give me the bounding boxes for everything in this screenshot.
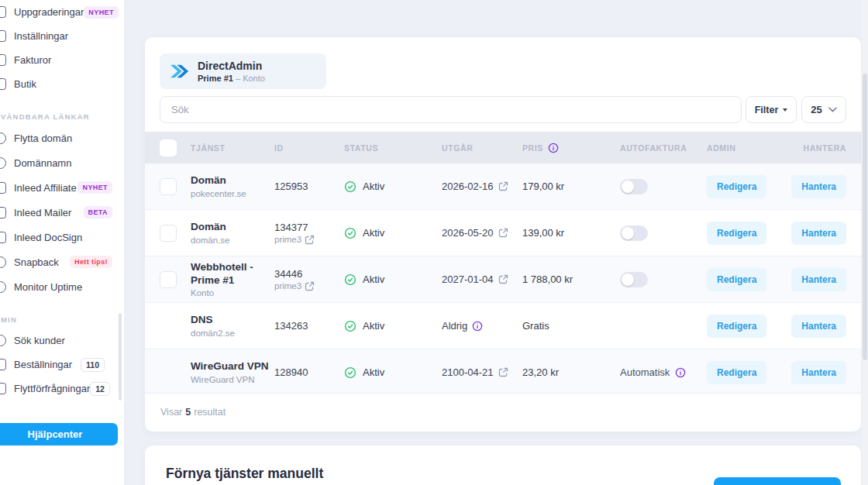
snapback-icon (0, 256, 6, 268)
caret-down-icon (783, 108, 787, 112)
redigera-button[interactable]: Redigera (707, 315, 766, 338)
pris-info-icon[interactable] (548, 143, 559, 153)
results-prefix: Visar (160, 407, 182, 418)
status-active-icon (344, 181, 356, 193)
sidebar-item-label: Domännamn (14, 157, 71, 169)
hantera-button[interactable]: Hantera (791, 222, 846, 245)
sidebar-item-inleed-affiliate[interactable]: Inleed AffiliateNYHET (0, 175, 124, 200)
autofaktura-toggle[interactable] (620, 225, 648, 241)
mail-icon (0, 207, 6, 218)
autofaktura-toggle[interactable] (620, 272, 648, 287)
header-label: ADMIN (707, 143, 735, 153)
sidebar-section-label: VÄNDBARA LÄNKAR (0, 107, 124, 126)
directadmin-account-chip[interactable]: DirectAdmin Prime #1 – Konto (160, 53, 326, 89)
admin-cell: Redigera (707, 222, 783, 245)
service-cell: WireGuard VPNWireGuard VPN (191, 360, 274, 384)
expiry-info-icon[interactable] (472, 321, 483, 332)
filter-button[interactable]: Filter (746, 96, 797, 123)
status-cell: Aktiv (344, 181, 442, 193)
autofaktura-cell: Automatisk (620, 366, 707, 378)
hantera-cell: Hantera (783, 315, 861, 338)
redigera-button[interactable]: Redigera (707, 222, 766, 245)
service-subname: WireGuard VPN (191, 375, 274, 384)
select-all-checkbox[interactable] (160, 139, 177, 157)
external-link-icon[interactable] (498, 228, 508, 238)
gear-icon (0, 30, 6, 42)
expiry-cell[interactable]: 2027-01-04 (442, 273, 522, 285)
status-active-icon (344, 273, 356, 286)
autofaktura-toggle[interactable] (620, 179, 648, 194)
service-cell: Domändomän.se (191, 221, 274, 245)
sidebar-scrollbar[interactable] (119, 313, 122, 401)
expiry-date: 2027-01-04 (442, 273, 494, 285)
help-center-button[interactable]: Hjälpcenter (0, 423, 118, 445)
server-link[interactable]: prime3 (274, 281, 344, 291)
sidebar-item-flytta-dom-n[interactable]: Flytta domän (0, 126, 124, 150)
sidebar-group-0: UppgraderingarNYHETInställningarFakturor… (0, 0, 124, 96)
hantera-button[interactable]: Hantera (791, 268, 846, 291)
redigera-button[interactable]: Redigera (707, 361, 766, 384)
sidebar-item-inleed-docsign[interactable]: Inleed DocSign (0, 225, 124, 249)
header-label: ID (274, 143, 284, 153)
row-select-cell (145, 178, 191, 195)
sidebar-item-monitor-uptime[interactable]: Monitor Uptime (0, 274, 124, 299)
page-scrollbar[interactable] (862, 0, 868, 485)
service-id: 125953 (274, 181, 344, 192)
sidebar-item-label: Inleed DocSign (14, 232, 82, 243)
status-label: Aktiv (363, 366, 384, 378)
sidebar-item-fakturor[interactable]: Fakturor (0, 48, 124, 72)
autofaktura-cell (620, 225, 707, 241)
sidebar-item-uppgraderingar[interactable]: UppgraderingarNYHET (0, 0, 124, 24)
autofaktura-cell (620, 179, 707, 194)
results-number: 5 (185, 407, 191, 418)
sidebar-item-label: Uppgraderingar (14, 6, 84, 18)
header-label: PRIS (522, 143, 543, 153)
admin-cell: Redigera (707, 315, 783, 338)
sidebar-item-flyttf-rfr-gningar[interactable]: Flyttförfrågningar12 (0, 377, 124, 401)
sidebar-item-label: Snapback (14, 256, 59, 268)
sidebar-item-s-k-kunder[interactable]: Sök kunder (0, 328, 124, 353)
renew-service-button[interactable]: Förnya vald tjänst (714, 477, 841, 485)
page-size-select[interactable]: 25 (801, 96, 846, 123)
redigera-button[interactable]: Redigera (707, 268, 766, 291)
table-row: Domänpokecenter.se125953Aktiv2026-02-161… (145, 163, 861, 209)
sidebar-item-inst-llningar[interactable]: Inställningar (0, 24, 124, 48)
search-input[interactable] (160, 96, 742, 123)
row-checkbox[interactable] (160, 225, 177, 242)
external-link-icon[interactable] (498, 181, 508, 191)
autofaktura-info-icon[interactable] (675, 367, 686, 378)
sidebar-item-label: Butik (14, 78, 36, 90)
service-name: Prime #1 (198, 74, 233, 83)
chevron-down-icon (828, 107, 837, 112)
globe-icon (0, 157, 6, 169)
expiry-cell[interactable]: 2026-05-20 (442, 227, 522, 239)
orders-icon (0, 359, 6, 370)
hantera-button[interactable]: Hantera (791, 315, 846, 338)
external-link-icon[interactable] (498, 367, 508, 377)
sidebar-item-best-llningar[interactable]: Beställningar110 (0, 353, 124, 377)
row-checkbox[interactable] (160, 178, 177, 195)
sidebar-item-butik[interactable]: Butik (0, 72, 124, 96)
autofaktura-label: Automatisk (620, 366, 670, 378)
service-subname: domän2.se (191, 328, 274, 338)
hantera-button[interactable]: Hantera (791, 175, 846, 198)
redigera-button[interactable]: Redigera (707, 175, 766, 198)
sidebar-item-badge: BETA (84, 206, 112, 218)
sidebar-item-dom-nnamn[interactable]: Domännamn (0, 150, 124, 175)
row-checkbox[interactable] (160, 271, 177, 288)
sidebar-item-badge: NYHET (84, 6, 119, 19)
sidebar-item-inleed-mailer[interactable]: Inleed MailerBETA (0, 200, 124, 225)
header-label: UTGÅR (442, 143, 473, 153)
sidebar-item-label: Flytta domän (14, 132, 72, 144)
hantera-cell: Hantera (783, 268, 861, 291)
price-cell: 23,20 kr (522, 366, 620, 378)
expiry-cell[interactable]: 2026-02-16 (442, 181, 522, 192)
sidebar-item-snapback[interactable]: SnapbackHett tips! (0, 249, 124, 274)
sidebar-item-label: Inleed Mailer (14, 207, 71, 218)
page-scrollbar-thumb[interactable] (863, 74, 867, 360)
server-link[interactable]: prime3 (274, 235, 344, 245)
hantera-button[interactable]: Hantera (791, 361, 846, 384)
expiry-cell[interactable]: 2100-04-21 (442, 366, 522, 378)
service-title: DirectAdmin (198, 60, 265, 72)
external-link-icon[interactable] (498, 274, 508, 284)
